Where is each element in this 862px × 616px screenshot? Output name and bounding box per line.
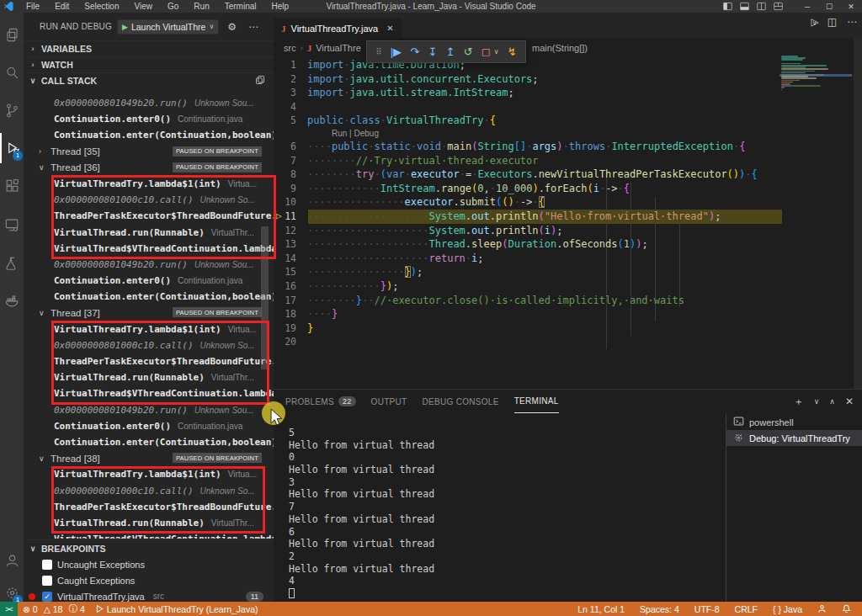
sidebar-scrollbar[interactable] [261, 226, 269, 369]
call-stack-frame[interactable]: Continuation.enter(Continuation,boolean) [24, 289, 274, 305]
menu-go[interactable]: Go [161, 0, 185, 13]
tab-close-icon[interactable]: ✕ [386, 24, 393, 33]
maximize-button[interactable]: ☐ [818, 0, 840, 13]
panel-tab-debug-console[interactable]: DEBUG CONSOLE [423, 390, 499, 413]
line-number[interactable]: 19 [274, 321, 307, 336]
hot-code-replace-icon[interactable]: ↯ [508, 46, 517, 57]
tab-virtualthreadtry[interactable]: J VirtualThreadTry.java ✕ [274, 19, 402, 38]
code-line[interactable]: 16············}); [274, 279, 862, 294]
call-stack-thread[interactable]: ∨Thread [37]PAUSED ON BREAKPOINT [24, 305, 274, 321]
call-stack-frame[interactable]: 0x0000000801049b20.run()Unknown Sou... [24, 257, 274, 273]
line-number[interactable]: 1 [274, 58, 307, 72]
call-stack-frame[interactable]: Continuation.enter0()Continuation.java [24, 111, 274, 127]
call-stack-frame[interactable]: 0x0000000801000c10.call()Unknown So... [24, 337, 274, 353]
editor-scrollbar[interactable] [854, 38, 862, 389]
feedback-person-icon[interactable] [811, 602, 833, 616]
panel-tab-problems[interactable]: PROBLEMS22 [285, 390, 356, 413]
call-stack-frame[interactable]: VirtualThreadTry.lambda$1(int)Virtua... [24, 466, 274, 482]
code-line[interactable]: 20 [274, 335, 862, 349]
launch-config-dropdown[interactable]: ▶ Launch VirtualThre ∨ [117, 19, 219, 35]
code-line[interactable]: 13····················Thread.sleep(Durat… [274, 237, 862, 252]
testing-icon[interactable] [0, 248, 24, 279]
line-number[interactable]: 18 [274, 307, 307, 321]
copy-call-stack-icon[interactable] [255, 75, 265, 87]
remote-indicator[interactable]: >< [0, 602, 18, 616]
explorer-icon[interactable] [0, 19, 24, 50]
call-stack-frame[interactable]: Continuation.enter0()Continuation.java [24, 273, 274, 289]
call-stack-frame[interactable]: ThreadPerTaskExecutor$ThreadBoundFuture.… [24, 208, 274, 224]
code-line[interactable]: 9············IntStream.range(0,·10_000).… [274, 182, 862, 196]
call-stack-frame[interactable]: Continuation.enter0()Continuation.java [24, 418, 274, 434]
line-number[interactable]: 10 [274, 195, 307, 210]
code-line[interactable]: 19} [274, 321, 862, 336]
line-number[interactable]: 5 [274, 114, 307, 128]
breakpoint-option-row[interactable]: Caught Exceptions [24, 572, 274, 588]
call-stack-frame[interactable]: VirtualThreadTry.lambda$1(int)Virtua... [24, 176, 274, 192]
menu-help[interactable]: Help [265, 0, 296, 13]
code-area[interactable]: 1import·java.time.Duration;2import·java.… [274, 58, 862, 349]
status-item[interactable]: Spaces: 4 [634, 602, 685, 616]
call-stack-frame[interactable]: VirtualThread$VThreadContinuation.lambda… [24, 531, 274, 539]
code-line[interactable]: 10················executor.submit(()·->·… [274, 195, 862, 210]
breadcrumb-symbol[interactable]: main(String[]) [532, 38, 588, 58]
line-number[interactable]: 3 [274, 86, 307, 100]
breakpoint-checkbox[interactable]: ✓ [42, 592, 52, 602]
code-line[interactable]: 15················}); [274, 265, 862, 279]
call-stack-frame[interactable]: Continuation.enter(Continuation,boolean) [24, 434, 274, 450]
customize-layout-icon[interactable] [774, 2, 783, 11]
code-line[interactable]: 14····················return·i; [274, 252, 862, 266]
step-over-icon[interactable]: ↷ [410, 46, 419, 57]
breakpoints-section-header[interactable]: ∨BREAKPOINTS [24, 540, 274, 556]
panel-tab-terminal[interactable]: TERMINAL [514, 390, 559, 413]
terminal-output[interactable]: 5Hello from virtual thread0Hello from vi… [289, 427, 434, 600]
variables-section-header[interactable]: ›VARIABLES [24, 40, 274, 56]
new-terminal-icon[interactable]: ＋ [794, 395, 804, 409]
call-stack-section-header[interactable]: ∨CALL STACK [24, 72, 274, 88]
code-line[interactable]: 4 [274, 100, 862, 114]
source-control-icon[interactable] [0, 95, 24, 125]
line-number[interactable]: 4 [274, 100, 307, 114]
call-stack-thread[interactable]: ∨Thread [38]PAUSED ON BREAKPOINT [24, 450, 274, 466]
terminal-list-item[interactable]: Debug: VirtualThreadTry [726, 430, 862, 446]
continue-icon[interactable]: |▶ [391, 46, 402, 57]
account-icon[interactable] [0, 545, 24, 576]
toggle-panel-icon[interactable] [740, 2, 749, 11]
start-debug-icon[interactable]: ▶ [122, 23, 128, 31]
step-out-icon[interactable]: ↥ [446, 46, 455, 57]
minimize-button[interactable]: ─ [796, 0, 818, 13]
call-stack-thread[interactable]: ∨Thread [36]PAUSED ON BREAKPOINT [24, 160, 274, 176]
step-into-icon[interactable]: ↧ [428, 46, 437, 57]
line-number[interactable]: 16 [274, 279, 307, 294]
line-number[interactable]: 2 [274, 72, 307, 87]
breadcrumb[interactable]: src › J VirtualThre [284, 38, 361, 58]
codelens-run-debug[interactable]: Run | Debug [274, 128, 862, 140]
call-stack-frame[interactable]: VirtualThread$VThreadContinuation.lambda… [24, 385, 274, 401]
line-number[interactable]: 8 [274, 167, 307, 182]
call-stack-frame[interactable]: 0x0000000801000c10.call()Unknown So... [24, 483, 274, 499]
menu-view[interactable]: View [128, 0, 160, 13]
panel-tab-output[interactable]: OUTPUT [371, 390, 407, 413]
drag-handle-icon[interactable]: ⠿ [375, 48, 381, 56]
call-stack-frame[interactable]: VirtualThreadTry.lambda$1(int)Virtua... [24, 321, 274, 337]
menu-selection[interactable]: Selection [77, 0, 125, 13]
split-editor-layout-icon[interactable] [757, 2, 766, 11]
code-line[interactable]: 7········//·Try·virtual·thread·executor [274, 154, 862, 168]
remote-explorer-icon[interactable] [0, 210, 24, 240]
breakpoint-file-row[interactable]: ✓ VirtualThreadTry.java src 11 [24, 588, 274, 602]
stop-dropdown-icon[interactable]: ∨ [494, 49, 499, 56]
call-stack-frame[interactable]: VirtualThread$VThreadContinuation.lambda… [24, 241, 274, 257]
run-java-icon[interactable]: ▷∨ [811, 16, 817, 28]
status-item[interactable]: CRLF [729, 602, 764, 616]
terminal-list-item[interactable]: powershell [726, 414, 862, 430]
line-number[interactable]: 13 [274, 237, 307, 252]
terminal-profile-dropdown-icon[interactable]: ∨ [814, 397, 820, 406]
call-stack-frame[interactable]: 0x0000000801000c10.call()Unknown So... [24, 192, 274, 208]
code-line[interactable]: 17········}··//·executor.close()·is·call… [274, 294, 862, 308]
run-and-debug-icon[interactable]: 1 [0, 133, 24, 163]
call-stack-frame[interactable]: ThreadPerTaskExecutor$ThreadBoundFuture.… [24, 499, 274, 515]
call-stack-frame[interactable]: ThreadPerTaskExecutor$ThreadBoundFuture.… [24, 353, 274, 369]
call-stack-frame[interactable]: VirtualThread.run(Runnable)VirtualThr... [24, 515, 274, 531]
call-stack-frame[interactable]: VirtualThread.run(Runnable)VirtualThr... [24, 369, 274, 385]
breadcrumb-root[interactable]: src [284, 43, 296, 53]
editor-more-actions-icon[interactable]: ⋯ [847, 16, 857, 28]
